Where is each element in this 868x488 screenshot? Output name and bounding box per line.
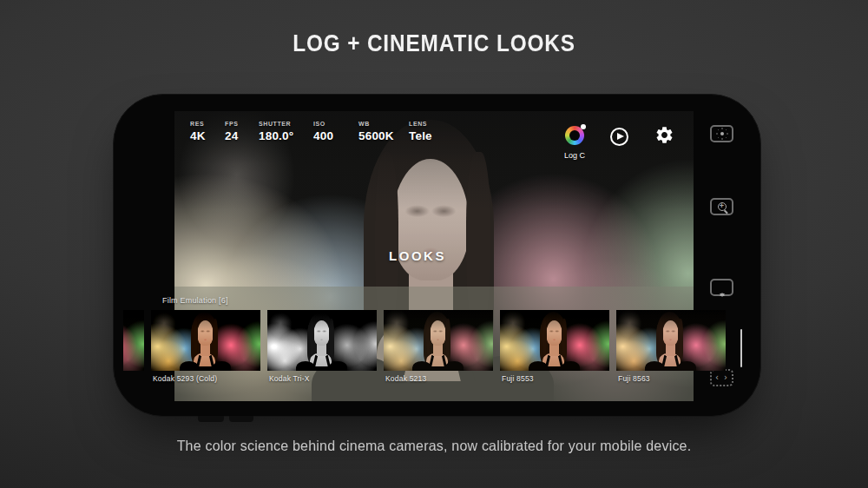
setting-label: FPS bbox=[225, 121, 259, 127]
film-thumbnail[interactable]: Kodak 5213 bbox=[384, 310, 493, 383]
film-thumbnail[interactable]: Fuji 8553 bbox=[500, 310, 609, 383]
setting-shutter[interactable]: SHUTTER 180.0° bbox=[259, 121, 313, 142]
setting-value: 180.0° bbox=[259, 129, 313, 142]
photo-top-shade bbox=[500, 310, 609, 371]
photo-top-shade bbox=[123, 310, 144, 371]
thumbnail-photo bbox=[267, 310, 377, 371]
film-thumbnail[interactable]: Fuji 8563 bbox=[616, 310, 726, 383]
magnifier-glyph: + bbox=[718, 202, 727, 211]
thumbnail-photo bbox=[616, 310, 726, 371]
setting-label: RES bbox=[190, 121, 225, 127]
thumbnail-photo bbox=[500, 310, 609, 371]
photo-top-shade bbox=[267, 310, 377, 371]
thumbnail-photo bbox=[123, 310, 144, 371]
setting-lens[interactable]: LENS Tele bbox=[409, 121, 432, 142]
setting-value: 4K bbox=[190, 129, 225, 142]
phone-side-button bbox=[229, 416, 253, 422]
page-title: LOG + CINEMATIC LOOKS bbox=[56, 30, 812, 57]
setting-label: SHUTTER bbox=[259, 121, 313, 127]
setting-label: WB bbox=[358, 121, 409, 127]
setting-iso[interactable]: ISO 400 bbox=[313, 121, 358, 142]
film-thumbnail-label: Fuji 8553 bbox=[500, 374, 609, 383]
film-thumbnail-partial[interactable] bbox=[123, 310, 144, 383]
photo-top-shade bbox=[384, 310, 493, 371]
film-thumbnail-label: Kodak 5293 (Cold) bbox=[151, 374, 260, 383]
setting-label: ISO bbox=[313, 121, 358, 127]
setting-resolution[interactable]: RES 4K bbox=[190, 121, 225, 142]
film-thumbnail[interactable]: Kodak Tri-X bbox=[267, 310, 377, 383]
setting-value: 5600K bbox=[358, 129, 409, 142]
film-thumbnail-label: Kodak 5213 bbox=[384, 374, 493, 383]
promo-page: LOG + CINEMATIC LOOKS RES 4K FPS 24 bbox=[0, 0, 868, 488]
photo-top-shade bbox=[151, 310, 260, 371]
thumbnail-photo bbox=[384, 310, 493, 371]
page-caption: The color science behind cinema cameras,… bbox=[13, 438, 855, 454]
color-profile-label: Log C bbox=[553, 151, 596, 160]
zoom-magnifier-icon[interactable]: + bbox=[710, 198, 733, 215]
setting-value: 24 bbox=[225, 129, 259, 142]
looks-overlay-label: LOOKS bbox=[174, 248, 661, 263]
setting-wb[interactable]: WB 5600K bbox=[358, 121, 409, 142]
setting-value: 400 bbox=[313, 129, 358, 142]
film-thumbnail[interactable]: Kodak 5293 (Cold) bbox=[151, 310, 260, 383]
film-panel-header: Film Emulation [6] bbox=[162, 296, 228, 305]
film-thumbnail-label: Fuji 8563 bbox=[616, 374, 726, 383]
camera-settings-bar: RES 4K FPS 24 SHUTTER 180.0° ISO 400 WB bbox=[190, 121, 432, 142]
phone-side-button bbox=[198, 416, 224, 422]
photo-top-shade bbox=[616, 310, 726, 371]
gear-icon[interactable] bbox=[654, 125, 674, 145]
exposure-frame-icon[interactable] bbox=[710, 125, 733, 142]
play-icon[interactable] bbox=[610, 128, 628, 146]
thumbnail-photo bbox=[151, 310, 260, 371]
film-thumbnail-strip[interactable]: Kodak 5293 (Cold) Kodak Tri-X Kodak 5213 bbox=[123, 310, 726, 383]
setting-label: LENS bbox=[409, 121, 432, 127]
film-thumbnail-label: Kodak Tri-X bbox=[267, 374, 377, 383]
setting-value: Tele bbox=[409, 129, 432, 142]
chevrons-glyph bbox=[720, 278, 725, 297]
film-strip-scrollbar[interactable] bbox=[740, 329, 742, 367]
color-wheel-icon[interactable] bbox=[565, 126, 584, 145]
setting-fps[interactable]: FPS 24 bbox=[225, 121, 259, 142]
vertical-adjust-icon[interactable] bbox=[710, 279, 733, 296]
sun-glyph bbox=[720, 132, 724, 135]
